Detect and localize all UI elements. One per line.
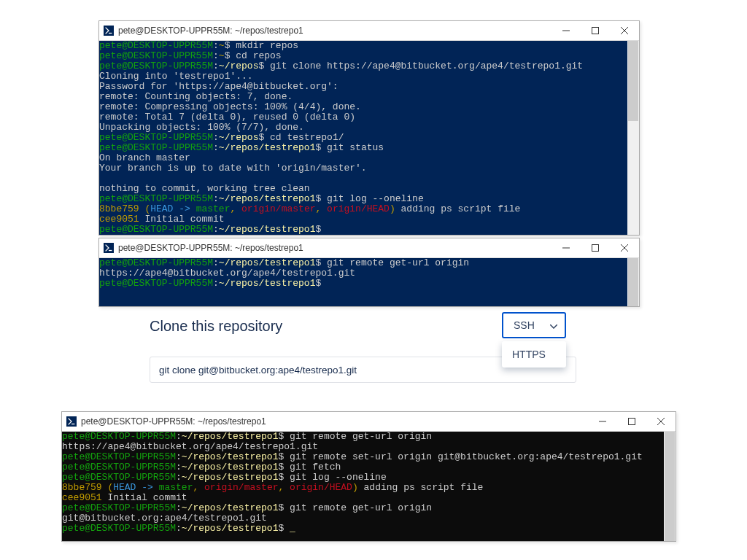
minimize-button[interactable] xyxy=(551,21,581,40)
titlebar[interactable]: pete@DESKTOP-UPPR55M: ~/repos/testrepo1 xyxy=(62,412,676,432)
titlebar[interactable]: pete@DESKTOP-UPPR55M: ~/repos/testrepo1 xyxy=(99,21,639,41)
powershell-icon xyxy=(66,416,77,427)
scrollbar[interactable] xyxy=(664,432,676,541)
terminal-window-1: pete@DESKTOP-UPPR55M: ~/repos/testrepo1 … xyxy=(98,20,640,236)
scrollbar[interactable] xyxy=(627,258,639,306)
protocol-option-https[interactable]: HTTPS xyxy=(502,341,566,368)
terminal-output[interactable]: pete@DESKTOP-UPPR55M:~$ mkdir repos pete… xyxy=(99,41,639,235)
maximize-button[interactable] xyxy=(581,21,610,40)
svg-rect-7 xyxy=(592,245,599,252)
maximize-button[interactable] xyxy=(581,238,610,257)
minimize-button[interactable] xyxy=(551,238,581,257)
maximize-button[interactable] xyxy=(617,412,646,431)
terminal-window-3: pete@DESKTOP-UPPR55M: ~/repos/testrepo1 … xyxy=(61,411,676,542)
terminal-output[interactable]: pete@DESKTOP-UPPR55M:~/repos/testrepo1$ … xyxy=(99,258,639,306)
clone-command-text: git clone git@bitbucket.org:ape4/testrep… xyxy=(159,365,357,376)
clone-repository-panel: Clone this repository SSH HTTPS git clon… xyxy=(150,318,576,383)
powershell-icon xyxy=(104,243,114,253)
window-title: pete@DESKTOP-UPPR55M: ~/repos/testrepo1 xyxy=(81,416,588,427)
scrollbar[interactable] xyxy=(627,41,639,235)
powershell-icon xyxy=(104,26,114,36)
minimize-button[interactable] xyxy=(588,412,617,431)
window-title: pete@DESKTOP-UPPR55M: ~/repos/testrepo1 xyxy=(118,26,551,36)
titlebar[interactable]: pete@DESKTOP-UPPR55M: ~/repos/testrepo1 xyxy=(99,238,639,258)
protocol-select[interactable]: SSH xyxy=(502,312,566,338)
protocol-dropdown: HTTPS xyxy=(502,341,566,368)
terminal-output[interactable]: pete@DESKTOP-UPPR55M:~/repos/testrepo1$ … xyxy=(62,432,676,541)
close-button[interactable] xyxy=(610,21,639,40)
terminal-window-2: pete@DESKTOP-UPPR55M: ~/repos/testrepo1 … xyxy=(98,238,640,307)
close-button[interactable] xyxy=(646,412,676,431)
svg-rect-2 xyxy=(592,28,599,34)
svg-rect-12 xyxy=(629,419,635,425)
chevron-down-icon xyxy=(550,319,557,331)
close-button[interactable] xyxy=(610,238,639,257)
window-title: pete@DESKTOP-UPPR55M: ~/repos/testrepo1 xyxy=(118,243,551,253)
protocol-selected: SSH xyxy=(514,319,535,331)
